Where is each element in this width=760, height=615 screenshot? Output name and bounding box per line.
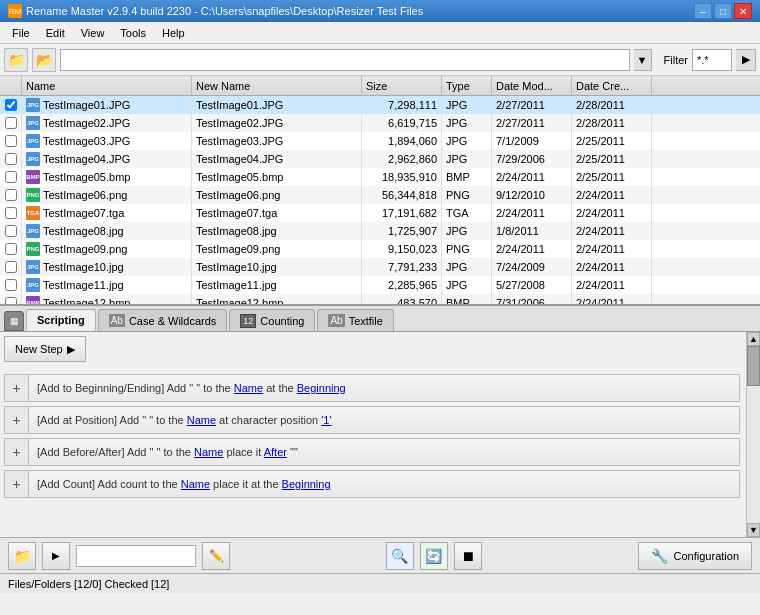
script-text-link[interactable]: Name (181, 478, 210, 490)
tab-icon-scripting[interactable]: ▦ (4, 311, 24, 331)
file-checkbox[interactable] (5, 261, 17, 273)
file-datemod-col: 7/29/2006 (492, 150, 572, 168)
tab-case-wildcards[interactable]: Ab Case & Wildcards (98, 309, 228, 331)
col-header-check[interactable] (0, 76, 22, 95)
bottom-panel: ▦ Scripting Ab Case & Wildcards 12 Count… (0, 306, 760, 573)
menu-edit[interactable]: Edit (38, 25, 73, 41)
table-row[interactable]: BMP TestImage05.bmp TestImage05.bmp 18,9… (0, 168, 760, 186)
script-item-add-button[interactable]: + (5, 407, 29, 433)
scrollbar-thumb[interactable] (747, 346, 760, 386)
file-name: TestImage04.JPG (43, 153, 130, 165)
table-row[interactable]: PNG TestImage06.png TestImage06.png 56,3… (0, 186, 760, 204)
script-item[interactable]: + [Add at Position] Add " " to the Name … (4, 406, 740, 434)
table-row[interactable]: TGA TestImage07.tga TestImage07.tga 17,1… (0, 204, 760, 222)
script-text-link[interactable]: Beginning (297, 382, 346, 394)
new-step-button[interactable]: New Step ▶ (4, 336, 86, 362)
file-size-col: 2,962,860 (362, 150, 442, 168)
scrollbar-up-button[interactable]: ▲ (747, 332, 760, 346)
script-text-link[interactable]: '1' (321, 414, 331, 426)
file-checkbox[interactable] (5, 297, 17, 306)
close-button[interactable]: ✕ (734, 3, 752, 19)
filter-go-button[interactable]: ▶ (736, 49, 756, 71)
file-checkbox[interactable] (5, 99, 17, 111)
scrollbar-down-button[interactable]: ▼ (747, 523, 760, 537)
file-type-icon: JPG (26, 152, 40, 166)
script-item-add-button[interactable]: + (5, 471, 29, 497)
script-item-add-button[interactable]: + (5, 375, 29, 401)
file-checkbox[interactable] (5, 117, 17, 129)
table-row[interactable]: PNG TestImage09.png TestImage09.png 9,15… (0, 240, 760, 258)
table-row[interactable]: JPG TestImage08.jpg TestImage08.jpg 1,72… (0, 222, 760, 240)
scrollbar-track[interactable] (747, 346, 760, 523)
new-step-arrow-icon: ▶ (67, 343, 75, 356)
path-input[interactable]: C:\Users\snapfiles\Desktop\Resizer Test … (60, 49, 630, 71)
file-type-icon: TGA (26, 206, 40, 220)
file-checkbox[interactable] (5, 243, 17, 255)
script-text-link[interactable]: After (264, 446, 287, 458)
file-datemod-col: 7/24/2009 (492, 258, 572, 276)
rename-preview-button[interactable]: 🔍 (386, 542, 414, 570)
rename-execute-button[interactable]: 🔄 (420, 542, 448, 570)
minimize-button[interactable]: – (694, 3, 712, 19)
script-text-link[interactable]: Name (194, 446, 223, 458)
script-item[interactable]: + [Add to Beginning/Ending] Add " " to t… (4, 374, 740, 402)
file-checkbox[interactable] (5, 207, 17, 219)
col-header-datemod[interactable]: Date Mod... (492, 76, 572, 95)
menu-tools[interactable]: Tools (112, 25, 154, 41)
script-text-link[interactable]: Name (187, 414, 216, 426)
script-item[interactable]: + [Add Before/After] Add " " to the Name… (4, 438, 740, 466)
col-header-datecre[interactable]: Date Cre... (572, 76, 652, 95)
file-datecre-col: 2/24/2011 (572, 258, 652, 276)
script-play-button[interactable]: ▶ (42, 542, 70, 570)
table-row[interactable]: JPG TestImage11.jpg TestImage11.jpg 2,28… (0, 276, 760, 294)
col-header-newname[interactable]: New Name (192, 76, 362, 95)
file-checkbox[interactable] (5, 171, 17, 183)
table-row[interactable]: JPG TestImage02.JPG TestImage02.JPG 6,61… (0, 114, 760, 132)
filelist-header: Name New Name Size Type Date Mod... Date… (0, 76, 760, 96)
script-item-text: [Add Before/After] Add " " to the Name p… (29, 446, 739, 458)
tab-textfile[interactable]: Ab Textfile (317, 309, 393, 331)
filter-input[interactable] (692, 49, 732, 71)
file-newname-col: TestImage06.png (192, 186, 362, 204)
table-row[interactable]: JPG TestImage10.jpg TestImage10.jpg 7,79… (0, 258, 760, 276)
script-name-input[interactable]: default.mscr (76, 545, 196, 567)
table-row[interactable]: BMP TestImage12.bmp TestImage12.bmp 483,… (0, 294, 760, 306)
table-row[interactable]: JPG TestImage04.JPG TestImage04.JPG 2,96… (0, 150, 760, 168)
table-row[interactable]: JPG TestImage01.JPG TestImage01.JPG 7,29… (0, 96, 760, 114)
file-newname-col: TestImage04.JPG (192, 150, 362, 168)
maximize-button[interactable]: □ (714, 3, 732, 19)
script-open-button[interactable]: 📁 (8, 542, 36, 570)
folder-open-button[interactable]: 📁 (4, 48, 28, 72)
script-text-plain: [Add at Position] Add " " to the (37, 414, 187, 426)
script-text-link[interactable]: Beginning (282, 478, 331, 490)
undo-button[interactable]: ⏹ (454, 542, 482, 570)
col-header-size[interactable]: Size (362, 76, 442, 95)
script-text-link[interactable]: Name (234, 382, 263, 394)
tab-scripting[interactable]: Scripting (26, 309, 96, 331)
file-newname-col: TestImage07.tga (192, 204, 362, 222)
col-header-name[interactable]: Name (22, 76, 192, 95)
script-item-add-button[interactable]: + (5, 439, 29, 465)
file-type-col: PNG (442, 240, 492, 258)
file-checkbox[interactable] (5, 153, 17, 165)
script-edit-button[interactable]: ✏️ (202, 542, 230, 570)
file-checkbox[interactable] (5, 135, 17, 147)
filelist-body: JPG TestImage01.JPG TestImage01.JPG 7,29… (0, 96, 760, 306)
path-dropdown-button[interactable]: ▼ (634, 49, 652, 71)
table-row[interactable]: JPG TestImage03.JPG TestImage03.JPG 1,89… (0, 132, 760, 150)
script-item[interactable]: + [Add Count] Add count to the Name plac… (4, 470, 740, 498)
menu-file[interactable]: File (4, 25, 38, 41)
script-text-plain: place it at the (210, 478, 282, 490)
file-checkbox[interactable] (5, 189, 17, 201)
configuration-button[interactable]: 🔧 Configuration (638, 542, 752, 570)
menu-view[interactable]: View (73, 25, 113, 41)
col-header-type[interactable]: Type (442, 76, 492, 95)
menu-help[interactable]: Help (154, 25, 193, 41)
file-name: TestImage11.jpg (43, 279, 124, 291)
tab-counting[interactable]: 12 Counting (229, 309, 315, 331)
file-checkbox[interactable] (5, 225, 17, 237)
folder-nav-button[interactable]: 📂 (32, 48, 56, 72)
script-text-plain: [Add Count] Add count to the (37, 478, 181, 490)
config-label: Configuration (674, 550, 739, 562)
file-checkbox[interactable] (5, 279, 17, 291)
